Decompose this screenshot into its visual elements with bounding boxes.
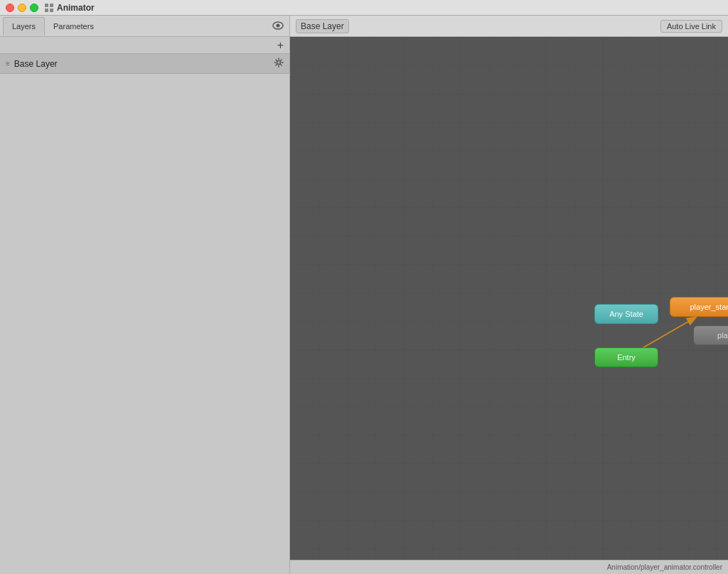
add-layer-button[interactable]: + [277,40,284,51]
eye-icon[interactable] [272,21,284,32]
controller-path: Animation/player_animator.controller [607,563,722,571]
transitions-svg [290,37,728,560]
graph-canvas[interactable]: Any State player_stand player_run Entry … [290,37,728,560]
node-player-stand[interactable]: player_stand [670,297,728,317]
traffic-lights [6,4,38,12]
svg-rect-2 [45,9,48,12]
svg-rect-3 [50,9,53,12]
left-panel: Layers Parameters + ≡ Base Layer [0,16,290,574]
breadcrumb-base-layer[interactable]: Base Layer [296,19,349,33]
svg-point-6 [277,61,281,65]
layer-item-base[interactable]: ≡ Base Layer [0,54,289,74]
tab-bar: Layers Parameters [0,16,289,37]
tab-layers[interactable]: Layers [3,17,45,36]
layer-name: Base Layer [14,59,274,69]
layer-toolbar: + [0,37,289,54]
right-panel: Base Layer Auto Live Link [290,16,728,574]
maximize-button[interactable] [30,4,38,12]
node-any-state[interactable]: Any State [594,304,658,324]
node-entry[interactable]: Entry [594,347,658,367]
svg-point-5 [277,23,280,27]
tab-parameters[interactable]: Parameters [45,17,102,36]
svg-rect-1 [50,4,53,7]
settings-icon[interactable] [274,58,284,70]
animator-icon [44,3,54,13]
footer: Animation/player_animator.controller [290,560,728,574]
node-player-run[interactable]: player_run [693,325,728,345]
svg-rect-0 [45,4,48,7]
window-title: Animator [57,3,95,13]
auto-live-link-button[interactable]: Auto Live Link [660,20,722,33]
drag-handle-icon: ≡ [6,60,10,67]
main-layout: Layers Parameters + ≡ Base Layer [0,16,728,574]
minimize-button[interactable] [18,4,26,12]
close-button[interactable] [6,4,14,12]
title-bar: Animator [0,0,728,16]
graph-header: Base Layer Auto Live Link [290,16,728,37]
